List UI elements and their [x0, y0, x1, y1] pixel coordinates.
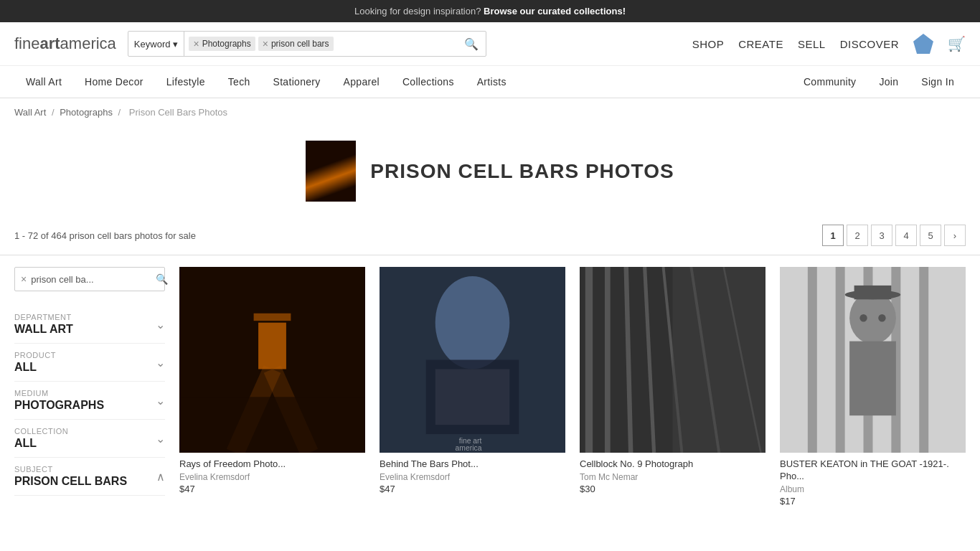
search-tag-prison: × prison cell bars	[258, 37, 334, 51]
filter-medium: Medium PHOTOGRAPHS ⌄	[14, 382, 165, 420]
product-card-4[interactable]: BUSTER KEATON in THE GOAT -1921-. Pho...…	[780, 267, 966, 507]
filter-medium-chevron: ⌄	[156, 394, 165, 408]
nav-lifestyle[interactable]: Lifestyle	[155, 66, 217, 98]
product-image-2: fine art america	[380, 267, 565, 453]
nav-apparel[interactable]: Apparel	[332, 66, 391, 98]
nav-community[interactable]: Community	[792, 66, 868, 98]
main-nav-right: Community Join Sign In	[792, 66, 966, 98]
nav-join[interactable]: Join	[867, 66, 910, 98]
page-2[interactable]: 2	[847, 225, 868, 246]
svg-point-31	[859, 314, 867, 321]
product-card-3[interactable]: Cellblock No. 9 Photograph Tom Mc Nemar …	[580, 267, 765, 507]
keyword-dropdown[interactable]: Keyword ▾	[128, 32, 185, 56]
svg-text:america: america	[456, 444, 482, 452]
sidebar-search-clear[interactable]: ×	[21, 273, 27, 285]
nav-sign-in[interactable]: Sign In	[910, 66, 966, 98]
product-price-2: $47	[380, 484, 565, 494]
sell-link[interactable]: SELL	[798, 38, 826, 50]
filter-collection: Collection ALL ⌄	[14, 420, 165, 458]
filter-subject-label: Subject	[14, 465, 127, 474]
svg-text:fine art: fine art	[459, 437, 482, 445]
product-price-4: $17	[780, 496, 966, 507]
logo-america: america	[60, 34, 116, 53]
page-4[interactable]: 4	[895, 225, 917, 246]
main-nav: Wall Art Home Decor Lifestyle Tech Stati…	[0, 66, 980, 98]
product-artist-3: Tom Mc Nemar	[580, 472, 765, 482]
svg-rect-26	[919, 267, 928, 453]
filter-collection-chevron: ⌄	[156, 432, 165, 446]
svg-rect-23	[836, 267, 845, 453]
notification-icon[interactable]	[913, 34, 933, 54]
search-bar: Keyword ▾ × Photographs × prison cell ba…	[128, 31, 486, 57]
logo-art: art	[39, 34, 60, 53]
nav-collections[interactable]: Collections	[391, 66, 466, 98]
breadcrumb-photographs[interactable]: Photographs	[60, 107, 113, 118]
banner-text: Looking for design inspiration?	[354, 6, 481, 17]
filter-product: Product ALL ⌄	[14, 344, 165, 382]
filter-collection-value: ALL	[14, 437, 68, 450]
shop-link[interactable]: SHOP	[692, 38, 725, 50]
remove-photographs-tag[interactable]: ×	[193, 38, 199, 50]
cart-icon[interactable]: 🛒	[948, 35, 966, 52]
filter-subject-header[interactable]: Subject PRISON CELL BARS ∧	[14, 465, 165, 488]
filter-medium-header[interactable]: Medium PHOTOGRAPHS ⌄	[14, 389, 165, 412]
filter-department-label: Department	[14, 313, 73, 321]
results-bar: 1 - 72 of 464 prison cell bars photos fo…	[0, 219, 980, 255]
svg-point-7	[435, 276, 510, 369]
results-count: 1 - 72 of 464 prison cell bars photos fo…	[14, 230, 196, 241]
sidebar-search-icon[interactable]: 🔍	[156, 273, 168, 285]
product-artist-2: Evelina Kremsdorf	[380, 472, 565, 482]
product-title-3: Cellblock No. 9 Photograph	[580, 458, 765, 471]
filter-subject-chevron: ∧	[156, 470, 165, 484]
product-card-2[interactable]: fine art america Behind The Bars Phot...…	[380, 267, 565, 507]
sidebar-search-input[interactable]	[31, 274, 151, 285]
product-price-1: $47	[179, 484, 365, 494]
filter-department-chevron: ⌄	[156, 318, 165, 331]
search-tag-photographs: × Photographs	[189, 37, 255, 51]
nav-stationery[interactable]: Stationery	[262, 66, 332, 98]
search-tags: × Photographs × prison cell bars	[184, 37, 456, 51]
search-input[interactable]	[336, 39, 453, 50]
page-5[interactable]: 5	[920, 225, 941, 246]
filter-product-chevron: ⌄	[156, 356, 165, 369]
logo[interactable]: fineartamerica	[14, 34, 116, 53]
filter-product-header[interactable]: Product ALL ⌄	[14, 351, 165, 374]
product-title-4: BUSTER KEATON in THE GOAT -1921-. Pho...	[780, 458, 966, 483]
product-price-3: $30	[580, 484, 765, 494]
product-grid: Rays of Freedom Photo... Evelina Kremsdo…	[179, 267, 966, 507]
filter-medium-value: PHOTOGRAPHS	[14, 399, 104, 412]
page-hero: PRISON CELL BARS PHOTOS	[0, 126, 980, 219]
svg-rect-1	[258, 323, 286, 369]
pagination: 1 2 3 4 5 ›	[822, 225, 966, 246]
sidebar-search: × 🔍	[14, 267, 165, 291]
filter-product-value: ALL	[14, 361, 56, 374]
svg-point-32	[878, 314, 885, 321]
filter-collection-label: Collection	[14, 427, 68, 435]
nav-tech[interactable]: Tech	[217, 66, 262, 98]
svg-rect-28	[849, 342, 896, 416]
breadcrumb-wall-art[interactable]: Wall Art	[14, 107, 46, 118]
remove-prison-tag[interactable]: ×	[263, 38, 268, 50]
nav-home-decor[interactable]: Home Decor	[73, 66, 155, 98]
nav-artists[interactable]: Artists	[466, 66, 518, 98]
svg-rect-2	[254, 314, 291, 321]
filter-subject-value: PRISON CELL BARS	[14, 475, 127, 488]
filter-product-label: Product	[14, 351, 56, 359]
next-page[interactable]: ›	[944, 225, 966, 246]
discover-link[interactable]: DISCOVER	[840, 38, 899, 50]
header: fineartamerica Keyword ▾ × Photographs ×…	[0, 22, 980, 66]
content-layout: × 🔍 Department WALL ART ⌄ Product ALL ⌄	[0, 255, 980, 518]
header-nav: SHOP CREATE SELL DISCOVER 🛒	[692, 34, 966, 54]
search-button[interactable]: 🔍	[457, 37, 486, 51]
filter-department-header[interactable]: Department WALL ART ⌄	[14, 313, 165, 336]
banner-link[interactable]: Browse our curated collections!	[484, 6, 626, 17]
page-3[interactable]: 3	[871, 225, 892, 246]
page-1[interactable]: 1	[822, 225, 844, 246]
logo-fine: fine	[14, 34, 39, 53]
filter-collection-header[interactable]: Collection ALL ⌄	[14, 427, 165, 450]
svg-rect-22	[808, 267, 817, 453]
sidebar: × 🔍 Department WALL ART ⌄ Product ALL ⌄	[14, 267, 165, 507]
product-card-1[interactable]: Rays of Freedom Photo... Evelina Kremsdo…	[179, 267, 365, 507]
create-link[interactable]: CREATE	[738, 38, 783, 50]
nav-wall-art[interactable]: Wall Art	[14, 66, 73, 98]
